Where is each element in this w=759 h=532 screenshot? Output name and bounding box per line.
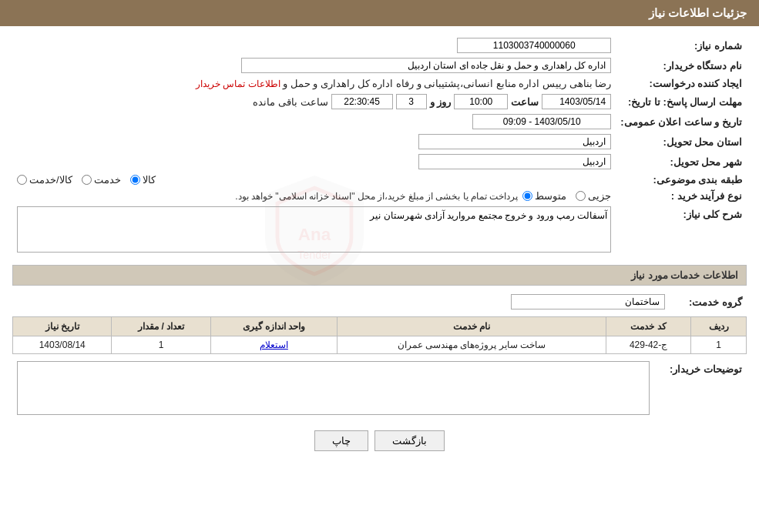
category-row: طبقه بندی موضوعی: کالا/خدمت خدمت — [12, 172, 747, 188]
announcement-row: تاریخ و ساعت اعلان عمومی: — [12, 112, 747, 132]
content-area: شماره نیاز: نام دستگاه خریدار: ایجاد کنن… — [0, 26, 759, 468]
need-number-row: شماره نیاز: — [12, 35, 747, 55]
need-number-cell — [12, 35, 616, 55]
services-section-title: اطلاعات خدمات مورد نیاز — [12, 265, 747, 286]
creator-row: ایجاد کننده درخواست: رضا بناهی رییس ادار… — [12, 75, 747, 92]
need-description-textarea[interactable]: آسفالت رمپ ورود و خروج مجتمع مروارید آزا… — [17, 206, 611, 253]
page-title: جزئیات اطلاعات نیاز — [649, 6, 747, 19]
page-wrapper: جزئیات اطلاعات نیاز شماره نیاز: نام دستگ… — [0, 0, 759, 532]
purchase-type-label: نوع فرآیند خرید : — [616, 188, 747, 204]
cell-row-num: 1 — [691, 336, 747, 354]
page-header: جزئیات اطلاعات نیاز — [0, 0, 759, 26]
service-group-label: گروه خدمت: — [670, 292, 747, 312]
province-cell — [12, 132, 616, 152]
announcement-label: تاریخ و ساعت اعلان عمومی: — [616, 112, 747, 132]
col-unit: واحد اندازه گیری — [210, 317, 337, 336]
city-row: شهر محل تحویل: — [12, 152, 747, 172]
category-label: طبقه بندی موضوعی: — [616, 172, 747, 188]
purchase-type-radio-group: متوسط جزیی — [522, 190, 611, 202]
col-row-num: ردیف — [691, 317, 747, 336]
purchase-motawaset-label: متوسط — [535, 190, 566, 202]
purchase-jozi-radio[interactable] — [576, 191, 586, 201]
day-label: روز و — [430, 96, 452, 108]
province-input[interactable] — [418, 134, 611, 149]
col-quantity: تعداد / مقدار — [112, 317, 210, 336]
need-description-cell: Ana Tender آسفالت رمپ ورود و خروج مجتمع … — [12, 204, 616, 257]
back-button[interactable]: بازگشت — [374, 430, 445, 451]
city-cell — [12, 152, 616, 172]
need-description-section: Ana Tender آسفالت رمپ ورود و خروج مجتمع … — [17, 206, 611, 255]
deadline-remaining-input[interactable] — [331, 94, 393, 109]
need-number-label: شماره نیاز: — [616, 35, 747, 55]
announcement-cell — [12, 112, 616, 132]
table-row: 1 ج-42-429 ساخت سایر پروژه‌های مهندسی عم… — [13, 336, 747, 354]
deadline-date-input[interactable] — [542, 94, 611, 109]
buyer-org-row: نام دستگاه خریدار: — [12, 55, 747, 75]
buyer-org-label: نام دستگاه خریدار: — [616, 55, 747, 75]
col-date: تاریخ نیاز — [13, 317, 112, 336]
remaining-label: ساعت باقی مانده — [253, 96, 327, 108]
col-service-name: نام خدمت — [338, 317, 606, 336]
deadline-time-input[interactable] — [454, 94, 508, 109]
deadline-cell: ساعت روز و ساعت باقی مانده — [12, 92, 616, 112]
creator-value: رضا بناهی رییس اداره منابع انسانی،پشتیبا… — [283, 78, 611, 89]
services-data-table: ردیف کد خدمت نام خدمت واحد اندازه گیری ت… — [12, 316, 747, 354]
main-info-table: شماره نیاز: نام دستگاه خریدار: ایجاد کنن… — [12, 35, 747, 257]
buyer-desc-cell — [12, 359, 654, 420]
deadline-row: مهلت ارسال پاسخ: تا تاریخ: ساعت روز و سا… — [12, 92, 747, 112]
purchase-type-container: متوسط جزیی پرداخت تمام یا بخشی از مبلغ خ… — [17, 190, 611, 202]
contact-link[interactable]: اطلاعات تماس خریدار — [196, 79, 280, 89]
print-button[interactable]: چاپ — [314, 430, 368, 451]
category-option-kala: کالا — [130, 174, 156, 186]
buyer-desc-row: توضیحات خریدار: — [12, 359, 747, 420]
province-label: استان محل تحویل: — [616, 132, 747, 152]
buyer-desc-table: توضیحات خریدار: — [12, 359, 747, 420]
purchase-type-cell: متوسط جزیی پرداخت تمام یا بخشی از مبلغ خ… — [12, 188, 616, 204]
category-kala-khedmat-radio[interactable] — [17, 175, 27, 185]
buyer-desc-textarea[interactable] — [17, 361, 650, 415]
cell-unit: استعلام — [210, 336, 337, 354]
purchase-jozi-item: جزیی — [576, 190, 611, 202]
cell-date: 1403/08/14 — [13, 336, 112, 354]
buyer-org-input[interactable] — [241, 58, 611, 73]
buyer-org-cell — [12, 55, 616, 75]
service-group-row: گروه خدمت: — [12, 292, 747, 312]
category-radio-group: کالا/خدمت خدمت کالا — [17, 174, 611, 186]
purchase-jozi-label: جزیی — [588, 190, 611, 202]
category-option-khedmat: خدمت — [82, 174, 121, 186]
category-kala-radio[interactable] — [130, 175, 140, 185]
creator-cell: رضا بناهی رییس اداره منابع انسانی،پشتیبا… — [12, 75, 616, 92]
creator-label: ایجاد کننده درخواست: — [616, 75, 747, 92]
need-number-input[interactable] — [457, 38, 611, 53]
purchase-motawaset-radio[interactable] — [522, 191, 532, 201]
col-service-code: کد خدمت — [606, 317, 691, 336]
service-group-cell — [12, 292, 670, 312]
category-khedmat-label: خدمت — [94, 174, 121, 186]
time-label: ساعت — [511, 96, 539, 108]
buyer-desc-label: توضیحات خریدار: — [654, 359, 747, 420]
service-group-input[interactable] — [511, 294, 665, 309]
category-kala-khedmat-label: کالا/خدمت — [29, 174, 72, 186]
service-group-table: گروه خدمت: — [12, 292, 747, 312]
cell-service-code: ج-42-429 — [606, 336, 691, 354]
deadline-label: مهلت ارسال پاسخ: تا تاریخ: — [616, 92, 747, 112]
cell-service-name: ساخت سایر پروژه‌های مهندسی عمران — [338, 336, 606, 354]
services-table-header: ردیف کد خدمت نام خدمت واحد اندازه گیری ت… — [13, 317, 747, 336]
announcement-input[interactable] — [472, 114, 611, 129]
button-bar: بازگشت چاپ — [12, 430, 747, 451]
category-khedmat-radio[interactable] — [82, 175, 92, 185]
need-description-label: شرح کلی نیاز: — [616, 204, 747, 257]
purchase-type-row: نوع فرآیند خرید : متوسط جزیی — [12, 188, 747, 204]
city-label: شهر محل تحویل: — [616, 152, 747, 172]
need-description-row: شرح کلی نیاز: Ana Tender آسفالت رمپ ورود… — [12, 204, 747, 257]
category-kala-label: کالا — [143, 174, 156, 186]
city-input[interactable] — [418, 154, 611, 169]
province-row: استان محل تحویل: — [12, 132, 747, 152]
cell-quantity: 1 — [112, 336, 210, 354]
purchase-note: پرداخت تمام یا بخشی از مبلغ خرید،از محل … — [235, 191, 518, 202]
purchase-motawaset-item: متوسط — [522, 190, 566, 202]
category-option-kala-khedmat: کالا/خدمت — [17, 174, 72, 186]
category-cell: کالا/خدمت خدمت کالا — [12, 172, 616, 188]
deadline-days-input[interactable] — [396, 94, 427, 109]
